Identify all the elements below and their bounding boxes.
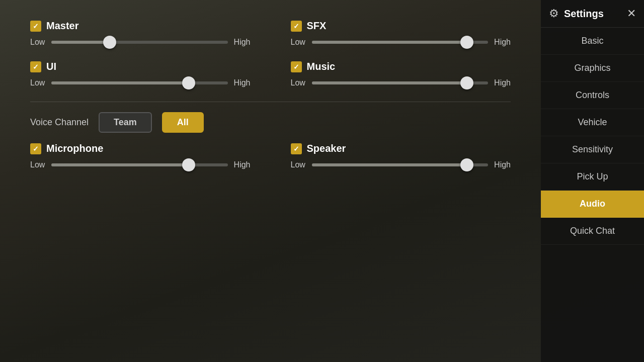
sfx-slider-thumb[interactable] bbox=[460, 36, 473, 49]
sfx-label: SFX bbox=[307, 20, 327, 32]
master-slider-row: Low High bbox=[30, 38, 251, 47]
music-label: Music bbox=[307, 61, 336, 72]
master-checkbox[interactable] bbox=[30, 21, 41, 32]
music-low-label: Low bbox=[291, 78, 306, 87]
sfx-high-label: High bbox=[494, 38, 511, 47]
sidebar-item-vehicle-label: Vehicle bbox=[578, 117, 607, 127]
main-content: Master Low High SFX Low bbox=[0, 0, 541, 362]
speaker-low-label: Low bbox=[291, 160, 306, 169]
ui-label: UI bbox=[46, 61, 56, 72]
ui-high-label: High bbox=[234, 78, 251, 87]
ui-slider-row: Low High bbox=[30, 78, 251, 87]
sfx-control: SFX Low High bbox=[291, 20, 511, 47]
master-label: Master bbox=[46, 20, 78, 32]
speaker-control: Speaker Low High bbox=[291, 143, 511, 169]
settings-title-group: ⚙ Settings bbox=[549, 7, 604, 20]
ui-control: UI Low High bbox=[30, 61, 251, 87]
microphone-header: Microphone bbox=[30, 143, 251, 154]
music-slider-track[interactable] bbox=[312, 81, 489, 84]
sidebar-item-audio-label: Audio bbox=[580, 199, 605, 209]
master-slider-track[interactable] bbox=[51, 41, 228, 44]
sidebar-item-vehicle[interactable]: Vehicle bbox=[541, 109, 644, 136]
sidebar-item-audio[interactable]: Audio bbox=[541, 191, 644, 218]
music-slider-thumb[interactable] bbox=[460, 76, 473, 89]
voice-channel-section: Voice Channel Team All bbox=[30, 112, 511, 133]
ui-slider-fill bbox=[51, 81, 189, 84]
ui-low-label: Low bbox=[30, 78, 45, 87]
microphone-slider-track[interactable] bbox=[51, 163, 228, 166]
sidebar-header: ⚙ Settings ✕ bbox=[541, 0, 644, 28]
speaker-header: Speaker bbox=[291, 143, 511, 154]
sidebar-item-basic-label: Basic bbox=[581, 36, 603, 46]
music-high-label: High bbox=[494, 78, 511, 87]
row-master-sfx: Master Low High SFX Low bbox=[30, 20, 511, 47]
sidebar-item-pickup-label: Pick Up bbox=[577, 171, 608, 182]
voice-channel-all-button[interactable]: All bbox=[162, 112, 204, 133]
sfx-low-label: Low bbox=[291, 38, 306, 47]
voice-channel-team-button[interactable]: Team bbox=[99, 112, 152, 133]
sfx-header: SFX bbox=[291, 20, 511, 32]
sfx-slider-row: Low High bbox=[291, 38, 511, 47]
sidebar-item-graphics[interactable]: Graphics bbox=[541, 55, 644, 82]
sfx-checkbox[interactable] bbox=[291, 21, 302, 32]
sidebar-item-controls-label: Controls bbox=[576, 90, 609, 100]
speaker-checkbox[interactable] bbox=[291, 143, 302, 154]
music-header: Music bbox=[291, 61, 511, 72]
music-slider-row: Low High bbox=[291, 78, 511, 87]
music-checkbox[interactable] bbox=[291, 61, 302, 72]
voice-channel-label: Voice Channel bbox=[30, 117, 89, 128]
microphone-slider-fill bbox=[51, 163, 189, 166]
music-slider-fill bbox=[312, 81, 467, 84]
sidebar-item-quickchat-label: Quick Chat bbox=[570, 226, 615, 236]
music-control: Music Low High bbox=[291, 61, 511, 87]
speaker-slider-track[interactable] bbox=[312, 163, 489, 166]
sidebar-item-sensitivity-label: Sensitivity bbox=[572, 144, 613, 154]
master-control: Master Low High bbox=[30, 20, 251, 47]
sidebar-item-basic[interactable]: Basic bbox=[541, 28, 644, 55]
sidebar-item-sensitivity[interactable]: Sensitivity bbox=[541, 136, 644, 163]
sfx-slider-fill bbox=[312, 41, 467, 44]
settings-title: Settings bbox=[564, 8, 604, 20]
master-high-label: High bbox=[234, 38, 251, 47]
microphone-high-label: High bbox=[234, 160, 251, 169]
speaker-slider-thumb[interactable] bbox=[460, 158, 473, 171]
ui-slider-thumb[interactable] bbox=[182, 76, 195, 89]
microphone-low-label: Low bbox=[30, 160, 45, 169]
microphone-slider-row: Low High bbox=[30, 160, 251, 169]
sfx-slider-track[interactable] bbox=[312, 41, 489, 44]
divider bbox=[30, 102, 511, 102]
row-ui-music: UI Low High Music Low bbox=[30, 61, 511, 87]
microphone-checkbox[interactable] bbox=[30, 143, 41, 154]
microphone-slider-thumb[interactable] bbox=[182, 158, 195, 171]
master-low-label: Low bbox=[30, 38, 45, 47]
speaker-slider-fill bbox=[312, 163, 467, 166]
microphone-control: Microphone Low High bbox=[30, 143, 251, 169]
microphone-label: Microphone bbox=[46, 143, 103, 154]
sidebar-item-pickup[interactable]: Pick Up bbox=[541, 163, 644, 191]
row-mic-speaker: Microphone Low High Speaker Low bbox=[30, 143, 511, 169]
master-slider-fill bbox=[51, 41, 110, 44]
speaker-label: Speaker bbox=[307, 143, 346, 154]
master-slider-thumb[interactable] bbox=[103, 36, 116, 49]
sidebar-item-controls[interactable]: Controls bbox=[541, 82, 644, 109]
speaker-high-label: High bbox=[494, 160, 511, 169]
sidebar: ⚙ Settings ✕ Basic Graphics Controls Veh… bbox=[541, 0, 644, 362]
sidebar-item-quickchat[interactable]: Quick Chat bbox=[541, 218, 644, 245]
sidebar-item-graphics-label: Graphics bbox=[574, 63, 610, 73]
close-button[interactable]: ✕ bbox=[627, 7, 636, 20]
ui-header: UI bbox=[30, 61, 251, 72]
gear-icon: ⚙ bbox=[549, 7, 559, 20]
master-header: Master bbox=[30, 20, 251, 32]
ui-checkbox[interactable] bbox=[30, 61, 41, 72]
speaker-slider-row: Low High bbox=[291, 160, 511, 169]
ui-slider-track[interactable] bbox=[51, 81, 228, 84]
